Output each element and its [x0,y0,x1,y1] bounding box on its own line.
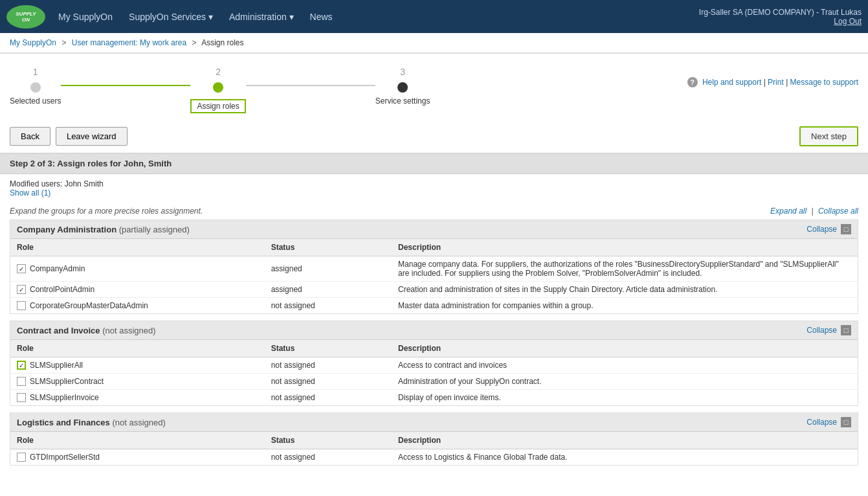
step-1-number: 1 [33,67,38,77]
col-header-desc-2: Description [392,432,858,449]
group-name-0: Company Administration (partially assign… [17,225,190,234]
col-header-role-1: Role [10,340,265,357]
expand-collapse-links: Expand all | Collapse all [770,207,858,216]
role-name-label-0-2: CorporateGroupMasterDataAdmin [30,301,148,310]
step-2-label-box: Assign roles [190,99,245,113]
step-2-number: 2 [216,67,221,77]
nav-administration[interactable]: Administration ▾ [229,12,294,22]
back-button[interactable]: Back [10,127,50,146]
collapse-icon-0[interactable]: □ [841,224,851,234]
wizard-steps: 1 Selected users 2 Assign roles 3 Servic… [0,54,868,120]
collapse-icon-2[interactable]: □ [841,417,851,427]
step-3: 3 Service settings [375,67,430,106]
breadcrumb-my-supplyon[interactable]: My SupplyOn [10,38,56,47]
role-checkbox-0-1[interactable] [17,285,26,294]
collapse-controls-2: Collapse □ [807,417,851,427]
role-group-0: Company Administration (partially assign… [10,220,858,314]
collapse-link-2[interactable]: Collapse [807,418,837,427]
breadcrumb-current: Assign roles [201,38,243,47]
role-group-header-0: Company Administration (partially assign… [10,220,858,238]
step-1: 1 Selected users [10,67,61,106]
collapse-link-1[interactable]: Collapse [807,326,837,335]
role-checkbox-1-0[interactable] [17,361,26,370]
table-row: GTDImportSellerStd not assigned Access t… [10,449,858,466]
collapse-controls-0: Collapse □ [807,224,851,234]
nav-links: My SupplyOn SupplyOn Services ▾ Administ… [58,12,699,22]
nav-supplyon-services[interactable]: SupplyOn Services ▾ [129,12,213,22]
col-header-status-0: Status [265,239,392,256]
step-1-circle [30,82,41,93]
col-header-role-0: Role [10,239,265,256]
role-group-header-2: Logistics and Finances (not assigned) Co… [10,413,858,431]
role-name-cell-2-0: GTDImportSellerStd [10,449,265,466]
table-row: CompanyAdmin assigned Manage company dat… [10,256,858,282]
step-3-number: 3 [400,67,405,77]
role-desc-0-1: Creation and administration of sites in … [392,282,858,298]
role-name-cell-1-1: SLMSupplierContract [10,374,265,390]
role-status-2-0: not assigned [265,449,392,466]
table-row: ControlPointAdmin assigned Creation and … [10,282,858,298]
step-2-circle [213,82,223,93]
role-name-cell-0-1: ControlPointAdmin [10,282,265,298]
col-header-desc-1: Description [392,340,858,357]
role-status-0-2: not assigned [265,298,392,314]
step-connector-1 [61,85,190,86]
role-group-header-1: Contract and Invoice (not assigned) Coll… [10,321,858,339]
role-table-2: Role Status Description GTDImportSellerS… [10,431,858,465]
top-navigation: SUPPLY ON My SupplyOn SupplyOn Services … [0,0,868,33]
breadcrumb-user-management[interactable]: User management: My work area [72,38,186,47]
role-checkbox-0-0[interactable] [17,264,26,273]
role-status-0-0: assigned [265,256,392,282]
collapse-link-0[interactable]: Collapse [807,225,837,234]
user-info: Irg-Saller SA (DEMO COMPANY) - Traut Luk… [699,8,862,26]
role-name-cell-1-0: SLMSupplierAll [10,357,265,374]
left-buttons: Back Leave wizard [10,127,128,146]
role-status-1-2: not assigned [265,390,392,406]
role-desc-1-0: Access to contract and invoices [392,357,858,374]
expand-row: Expand the groups for a more precise rol… [0,203,868,220]
role-checkbox-0-2[interactable] [17,301,26,310]
table-row: CorporateGroupMasterDataAdmin not assign… [10,298,858,314]
nav-news[interactable]: News [310,12,333,22]
role-desc-0-2: Master data administration for companies… [392,298,858,314]
role-desc-1-2: Display of open invoice items. [392,390,858,406]
action-row: Back Leave wizard Next step [0,120,868,153]
role-desc-0-0: Manage company data. For suppliers, the … [392,256,858,282]
role-checkbox-1-1[interactable] [17,377,26,386]
col-header-role-2: Role [10,432,265,449]
step-3-label: Service settings [375,96,430,106]
table-row: SLMSupplierAll not assigned Access to co… [10,357,858,374]
table-row: SLMSupplierContract not assigned Adminis… [10,374,858,390]
role-name-label-1-0: SLMSupplierAll [30,361,83,370]
logout-link[interactable]: Log Out [834,17,862,26]
show-all-link[interactable]: Show all (1) [10,188,50,197]
role-checkbox-2-0[interactable] [17,453,26,462]
collapse-icon-1[interactable]: □ [841,325,851,335]
col-header-desc-0: Description [392,239,858,256]
role-name-label-1-2: SLMSupplierInvoice [30,393,99,402]
group-name-1: Contract and Invoice (not assigned) [17,326,156,335]
role-table-1: Role Status Description SLMSupplierAll n… [10,339,858,405]
role-name-label-2-0: GTDImportSellerStd [30,453,100,462]
modified-users: Modified users: John Smith Show all (1) [0,174,868,203]
col-header-status-1: Status [265,340,392,357]
role-name-cell-0-2: CorporateGroupMasterDataAdmin [10,298,265,314]
next-step-button[interactable]: Next step [799,126,858,146]
role-name-label-0-1: ControlPointAdmin [30,285,95,294]
step-1-label: Selected users [10,96,61,106]
col-header-status-2: Status [265,432,392,449]
role-checkbox-1-2[interactable] [17,393,26,402]
leave-wizard-button[interactable]: Leave wizard [56,127,128,146]
role-name-cell-1-2: SLMSupplierInvoice [10,390,265,406]
modified-users-label: Modified users: John Smith [10,179,104,188]
role-name-cell-0-0: CompanyAdmin [10,256,265,282]
collapse-all-link[interactable]: Collapse all [818,207,858,216]
role-status-0-1: assigned [265,282,392,298]
nav-my-supplyon[interactable]: My SupplyOn [58,12,113,22]
expand-all-link[interactable]: Expand all [770,207,807,216]
step-2-label: Assign roles [190,96,245,113]
collapse-controls-1: Collapse □ [807,325,851,335]
role-groups-container: Company Administration (partially assign… [0,220,868,466]
role-name-label-0-0: CompanyAdmin [30,264,85,273]
breadcrumb: My SupplyOn > User management: My work a… [0,33,868,53]
